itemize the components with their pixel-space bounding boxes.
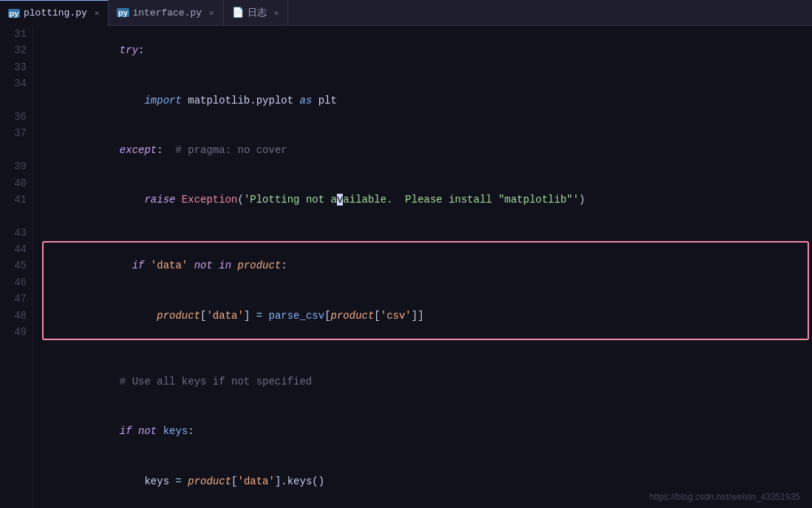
tab-interface-label: interface.py: [132, 7, 202, 18]
tab-log[interactable]: 📄 日志 ✕: [224, 0, 289, 26]
py-icon: py: [9, 8, 19, 18]
editor-container: py plotting.py ✕ py interface.py ✕ 📄 日志 …: [0, 0, 812, 508]
ln-43: 43: [6, 225, 27, 241]
tab-interface-close[interactable]: ✕: [209, 8, 214, 18]
code-line-38: [45, 340, 800, 356]
ln-42: [6, 208, 27, 224]
tab-plotting-label: plotting.py: [24, 7, 87, 18]
tab-log-label: 日志: [248, 6, 267, 19]
code-line-34: raise Exception('Plotting not available.…: [45, 175, 800, 225]
highlighted-group: if 'data' not in product: product['data'…: [45, 241, 800, 340]
log-icon: 📄: [233, 7, 243, 18]
watermark: https://blog.csdn.net/weixin_43351935: [649, 492, 800, 502]
ln-34: 34: [6, 75, 27, 92]
ln-36: 36: [6, 109, 27, 125]
ln-32: 32: [6, 42, 27, 58]
ln-44: 44: [6, 241, 27, 257]
tab-plotting[interactable]: py plotting.py ✕: [0, 0, 109, 26]
ln-39: 39: [6, 158, 27, 175]
code-line-31: try:: [45, 26, 800, 75]
code-line-39: # Use all keys if not specified: [45, 357, 800, 407]
ln-49: 49: [6, 324, 27, 340]
tab-interface[interactable]: py interface.py ✕: [109, 0, 223, 26]
py-icon-2: py: [117, 7, 128, 18]
code-line-32: import matplotlib.pyplot as plt: [45, 75, 800, 125]
ln-35: [6, 92, 27, 109]
ln-46: 46: [6, 274, 27, 291]
code-line-35: [45, 225, 800, 241]
ln-40: 40: [6, 175, 27, 192]
code-area: 31 32 33 34 36 37 39 40 41 43 44 45 46 4…: [0, 26, 812, 508]
ln-38: [6, 142, 27, 158]
tab-log-close[interactable]: ✕: [274, 8, 279, 18]
code-content: try: import matplotlib.pyplot as plt exc…: [33, 26, 812, 508]
code-line-40: if not keys:: [45, 407, 800, 456]
ln-41: 41: [6, 192, 27, 208]
ln-33: 33: [6, 59, 27, 75]
ln-48: 48: [6, 308, 27, 324]
tab-plotting-close[interactable]: ✕: [95, 8, 100, 18]
ln-47: 47: [6, 291, 27, 307]
ln-45: 45: [6, 257, 27, 274]
tab-bar: py plotting.py ✕ py interface.py ✕ 📄 日志 …: [0, 0, 812, 26]
code-line-33: except: # pragma: no cover: [45, 125, 800, 175]
line-numbers: 31 32 33 34 36 37 39 40 41 43 44 45 46 4…: [0, 26, 33, 508]
code-line-36: if 'data' not in product:: [45, 241, 800, 291]
ln-31: 31: [6, 26, 27, 42]
ln-37: 37: [6, 125, 27, 141]
code-line-37: product['data'] = parse_csv[product['csv…: [45, 291, 800, 340]
